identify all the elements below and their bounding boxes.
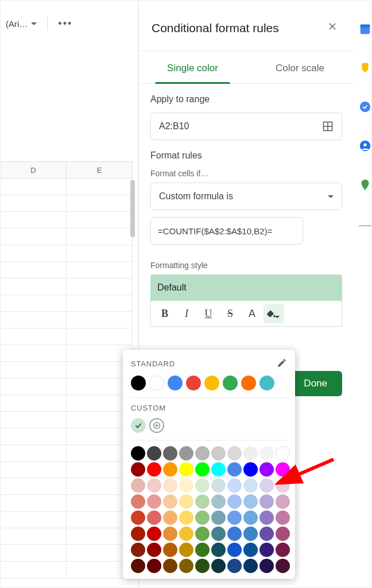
keep-icon[interactable] (359, 61, 371, 74)
color-swatch[interactable] (211, 543, 226, 557)
select-range-icon[interactable] (322, 121, 334, 132)
italic-button[interactable]: I (176, 304, 197, 323)
color-swatch[interactable] (163, 543, 177, 557)
font-selector[interactable]: (Ari… (2, 16, 40, 32)
color-swatch[interactable] (195, 446, 210, 461)
color-swatch[interactable] (227, 510, 242, 525)
color-swatch[interactable] (227, 478, 242, 493)
color-swatch[interactable] (227, 446, 242, 461)
color-swatch[interactable] (211, 494, 226, 509)
more-options-button[interactable]: ••• (55, 18, 76, 30)
color-swatch[interactable] (179, 446, 193, 461)
done-button[interactable]: Done (289, 371, 342, 396)
color-swatch[interactable] (259, 510, 274, 525)
color-swatch[interactable] (147, 559, 161, 573)
range-input[interactable]: A2:B10 (150, 113, 342, 140)
spreadsheet-grid[interactable]: D E (1, 161, 133, 578)
color-swatch[interactable] (259, 527, 274, 541)
color-swatch[interactable] (147, 543, 161, 557)
color-swatch[interactable] (243, 543, 258, 557)
color-swatch[interactable] (276, 510, 290, 525)
color-swatch[interactable] (179, 510, 193, 525)
color-swatch[interactable] (223, 376, 238, 390)
color-swatch[interactable] (147, 510, 161, 525)
color-swatch[interactable] (211, 559, 226, 573)
color-swatch[interactable] (147, 527, 161, 541)
color-swatch[interactable] (276, 446, 290, 461)
vertical-scrollbar[interactable] (130, 180, 135, 237)
color-swatch[interactable] (276, 494, 290, 509)
color-swatch[interactable] (211, 510, 226, 525)
condition-select[interactable]: Custom formula is (150, 183, 342, 210)
color-swatch[interactable] (179, 527, 193, 541)
color-swatch[interactable] (147, 494, 161, 509)
color-swatch[interactable] (195, 559, 210, 573)
color-swatch[interactable] (227, 559, 242, 573)
color-swatch[interactable] (131, 376, 146, 390)
fill-color-button[interactable] (264, 304, 284, 323)
custom-color-current[interactable] (131, 418, 146, 433)
color-swatch[interactable] (227, 494, 242, 509)
strikethrough-button[interactable]: S (220, 304, 241, 323)
color-swatch[interactable] (259, 478, 274, 493)
color-swatch[interactable] (163, 462, 177, 477)
color-swatch[interactable] (243, 462, 258, 477)
color-swatch[interactable] (195, 478, 210, 493)
column-header[interactable]: D (1, 161, 67, 179)
color-swatch[interactable] (259, 494, 274, 509)
color-swatch[interactable] (163, 478, 177, 493)
color-swatch[interactable] (211, 446, 226, 461)
color-swatch[interactable] (179, 543, 193, 557)
maps-icon[interactable] (359, 179, 371, 191)
color-swatch[interactable] (204, 376, 219, 390)
color-swatch[interactable] (131, 478, 145, 493)
style-preview[interactable]: Default (150, 274, 342, 301)
color-swatch[interactable] (243, 446, 258, 461)
contacts-icon[interactable] (359, 140, 371, 152)
color-swatch[interactable] (243, 527, 258, 541)
calendar-icon[interactable] (359, 22, 371, 35)
color-swatch[interactable] (163, 559, 177, 573)
color-swatch[interactable] (227, 543, 242, 557)
color-swatch[interactable] (131, 494, 145, 509)
color-swatch[interactable] (147, 462, 161, 477)
tab-single-color[interactable]: Single color (139, 51, 246, 83)
tasks-icon[interactable] (359, 100, 371, 113)
text-color-button[interactable]: A (242, 304, 262, 323)
color-swatch[interactable] (195, 462, 210, 477)
color-swatch[interactable] (131, 527, 145, 541)
color-swatch[interactable] (227, 527, 242, 541)
underline-button[interactable]: U (198, 304, 219, 323)
color-swatch[interactable] (131, 543, 145, 557)
color-swatch[interactable] (259, 543, 274, 557)
color-swatch[interactable] (168, 376, 183, 390)
color-swatch[interactable] (259, 559, 274, 573)
color-swatch[interactable] (179, 462, 193, 477)
color-swatch[interactable] (243, 478, 258, 493)
bold-button[interactable]: B (154, 304, 175, 323)
color-swatch[interactable] (131, 462, 145, 477)
color-swatch[interactable] (276, 543, 290, 557)
column-header[interactable]: E (67, 161, 133, 179)
color-swatch[interactable] (179, 478, 193, 493)
color-swatch[interactable] (147, 478, 161, 493)
color-swatch[interactable] (147, 446, 161, 461)
color-swatch[interactable] (211, 478, 226, 493)
color-swatch[interactable] (276, 527, 290, 541)
color-swatch[interactable] (259, 462, 274, 477)
color-swatch[interactable] (276, 462, 290, 477)
color-swatch[interactable] (195, 510, 210, 525)
color-swatch[interactable] (276, 559, 290, 573)
color-swatch[interactable] (131, 510, 145, 525)
color-swatch[interactable] (195, 494, 210, 509)
color-swatch[interactable] (241, 376, 256, 390)
color-swatch[interactable] (163, 510, 177, 525)
color-swatch[interactable] (259, 376, 274, 390)
add-custom-color-button[interactable] (149, 418, 164, 433)
edit-icon[interactable] (277, 358, 287, 370)
color-swatch[interactable] (186, 376, 201, 390)
color-swatch[interactable] (163, 446, 177, 461)
color-swatch[interactable] (195, 543, 210, 557)
color-swatch[interactable] (243, 494, 258, 509)
color-swatch[interactable] (243, 559, 258, 573)
